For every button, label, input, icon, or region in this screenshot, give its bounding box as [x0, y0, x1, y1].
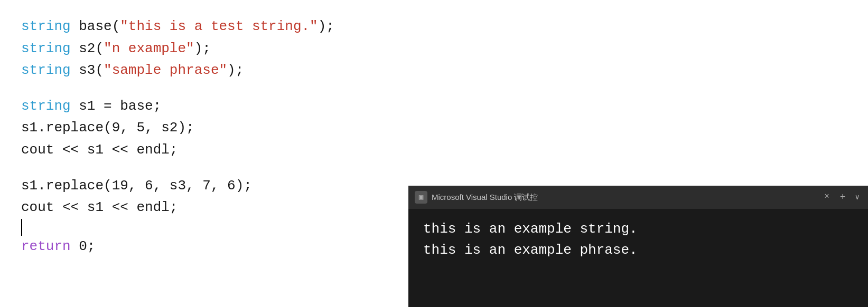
text-cursor: [21, 219, 22, 236]
keyword-string-2: string: [21, 38, 71, 60]
terminal-title: Microsoft Visual Studio 调试控: [432, 191, 817, 204]
code-line-1: string base("this is a test string.");: [21, 16, 847, 38]
code-text: cout << s1 << endl;: [21, 139, 178, 161]
terminal-panel: ▣ Microsoft Visual Studio 调试控 × + ∨ this…: [408, 186, 868, 307]
terminal-chevron-button[interactable]: ∨: [853, 191, 862, 203]
keyword-string-4: string: [21, 95, 71, 118]
blank-line-1: [21, 82, 847, 95]
terminal-output-line-2: this is an example phrase.: [423, 239, 853, 261]
terminal-app-icon: ▣: [415, 191, 427, 204]
code-line-5: s1.replace(9, 5, s2);: [21, 117, 847, 139]
blank-line-2: [21, 161, 847, 175]
code-text: s3(: [71, 60, 104, 82]
code-line-4: string s1 = base;: [21, 95, 847, 118]
code-text: );: [194, 38, 211, 60]
code-text: );: [318, 16, 334, 38]
code-panel: string base("this is a test string."); s…: [0, 0, 868, 307]
terminal-close-button[interactable]: ×: [821, 190, 833, 204]
code-text: 0;: [71, 236, 96, 258]
string-literal-1: "this is a test string.": [120, 16, 318, 38]
string-literal-2: "n example": [104, 38, 194, 60]
code-line-2: string s2("n example");: [21, 38, 847, 60]
code-text: cout << s1 << endl;: [21, 197, 178, 219]
code-text: s1.replace(9, 5, s2);: [21, 117, 194, 139]
code-text: s2(: [71, 38, 104, 60]
terminal-output-line-1: this is an example string.: [423, 218, 853, 239]
code-text: s1.replace(19, 6, s3, 7, 6);: [21, 175, 252, 197]
code-line-6: cout << s1 << endl;: [21, 139, 847, 161]
terminal-icon-glyph: ▣: [419, 191, 423, 203]
terminal-new-tab-button[interactable]: +: [837, 190, 849, 205]
code-text: );: [227, 60, 244, 82]
code-text: base(: [71, 16, 120, 38]
code-text: s1 = base;: [71, 95, 162, 118]
terminal-titlebar: ▣ Microsoft Visual Studio 调试控 × + ∨: [408, 186, 868, 209]
code-line-3: string s3("sample phrase");: [21, 60, 847, 82]
output-text-1: this is an example string.: [423, 218, 638, 239]
string-literal-3: "sample phrase": [104, 60, 227, 82]
terminal-body: this is an example string. this is an ex…: [408, 209, 868, 307]
keyword-string-1: string: [21, 16, 71, 38]
keyword-string-3: string: [21, 60, 71, 82]
keyword-return: return: [21, 236, 71, 258]
output-text-2: this is an example phrase.: [423, 239, 638, 261]
